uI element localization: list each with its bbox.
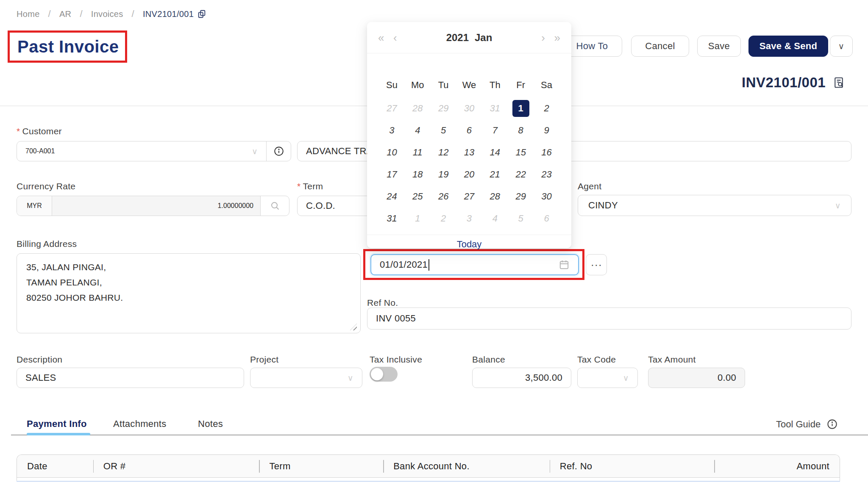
toggle-knob [371, 368, 383, 380]
calendar-day[interactable]: 21 [482, 163, 508, 186]
tax-inclusive-toggle[interactable] [370, 367, 398, 382]
calendar-day[interactable]: 15 [508, 141, 534, 163]
calendar-day[interactable]: 31 [482, 97, 508, 119]
tab-notes[interactable]: Notes [198, 418, 223, 429]
balance-input-value[interactable] [481, 372, 562, 383]
breadcrumb-separator: / [132, 8, 134, 19]
calendar-day[interactable]: 24 [379, 186, 405, 208]
breadcrumb-invoices[interactable]: Invoices [91, 9, 123, 19]
next-year-icon[interactable]: » [554, 22, 560, 53]
calendar-day[interactable]: 26 [431, 186, 456, 208]
ref-no-input[interactable] [367, 307, 851, 330]
calendar-today-link[interactable]: Today [367, 239, 571, 250]
calendar-day[interactable]: 14 [482, 141, 508, 163]
column-header-date[interactable]: Date [17, 455, 93, 477]
calendar-day[interactable]: 27 [379, 97, 405, 119]
calendar-day-selected[interactable]: 1 [508, 97, 534, 119]
info-icon [273, 146, 284, 157]
calendar-day[interactable]: 13 [456, 141, 482, 163]
tax-amount-value [657, 372, 736, 383]
calendar-day[interactable]: 29 [431, 97, 456, 119]
calendar-day[interactable]: 1 [405, 208, 431, 230]
calendar-day[interactable]: 9 [534, 119, 559, 141]
calendar-day[interactable]: 28 [482, 186, 508, 208]
column-header-term[interactable]: Term [259, 455, 383, 477]
balance-input[interactable] [472, 368, 571, 388]
payment-info-table: Date OR # Term Bank Account No. Ref. No … [17, 454, 840, 482]
calendar-day[interactable]: 28 [405, 97, 431, 119]
calendar-day[interactable]: 16 [534, 141, 559, 163]
currency-rate-label: Currency Rate [17, 181, 75, 191]
calendar-day[interactable]: 23 [534, 163, 559, 186]
column-header-amount[interactable]: Amount [714, 455, 840, 477]
calendar-day[interactable]: 30 [534, 186, 559, 208]
calendar-day[interactable]: 2 [431, 208, 456, 230]
breadcrumb-current: INV2101/001 [143, 9, 206, 19]
cancel-button[interactable]: Cancel [631, 36, 689, 57]
calendar-day[interactable]: 6 [456, 119, 482, 141]
description-input-value[interactable] [25, 372, 235, 383]
save-options-chevron-button[interactable]: ∨ [830, 36, 853, 57]
customer-info-button[interactable] [266, 141, 291, 161]
project-select[interactable]: ∨ [250, 368, 362, 388]
copy-icon[interactable] [197, 9, 206, 19]
calendar-title: 2021 Jan [367, 22, 571, 53]
column-header-ref-no[interactable]: Ref. No [550, 455, 715, 477]
calendar-day[interactable]: 20 [456, 163, 482, 186]
tab-attachments[interactable]: Attachments [113, 418, 167, 429]
currency-rate-group: MYR 1.00000000 [17, 196, 289, 216]
calendar-day[interactable]: 5 [508, 208, 534, 230]
calendar-day[interactable]: 3 [456, 208, 482, 230]
term-label: *Term [297, 181, 323, 191]
calendar-day[interactable]: 17 [379, 163, 405, 186]
billing-address-label: Billing Address [17, 239, 77, 249]
calendar-day[interactable]: 4 [405, 119, 431, 141]
calendar-day[interactable]: 4 [482, 208, 508, 230]
calendar-month[interactable]: Jan [475, 32, 492, 44]
currency-search-button[interactable] [260, 196, 289, 216]
calendar-day[interactable]: 11 [405, 141, 431, 163]
ref-no-input-value[interactable] [376, 313, 843, 324]
chevron-down-icon: ∨ [623, 373, 629, 383]
calendar-day[interactable]: 3 [379, 119, 405, 141]
tab-payment-info[interactable]: Payment Info [27, 418, 87, 429]
description-input[interactable] [17, 368, 244, 388]
calendar-day[interactable]: 8 [508, 119, 534, 141]
calendar-day[interactable]: 5 [431, 119, 456, 141]
breadcrumb-ar[interactable]: AR [59, 9, 71, 19]
calendar-day[interactable]: 30 [456, 97, 482, 119]
tax-amount-field [648, 368, 745, 388]
calendar-day[interactable]: 10 [379, 141, 405, 163]
calendar-year[interactable]: 2021 [446, 32, 469, 44]
agent-select[interactable]: CINDY ∨ [578, 195, 851, 216]
audit-trail-icon[interactable] [832, 76, 845, 89]
column-header-or-number[interactable]: OR # [93, 455, 259, 477]
customer-select[interactable]: 700-A001 ∨ [17, 141, 266, 161]
save-and-send-button[interactable]: Save & Send [748, 36, 828, 57]
calendar-day[interactable]: 7 [482, 119, 508, 141]
breadcrumb-home[interactable]: Home [17, 9, 40, 19]
calendar-day[interactable]: 19 [431, 163, 456, 186]
calendar-day[interactable]: 29 [508, 186, 534, 208]
calendar-day[interactable]: 22 [508, 163, 534, 186]
date-more-options-button[interactable]: ··· [586, 254, 607, 275]
breadcrumb: Home / AR / Invoices / INV2101/001 [17, 8, 206, 19]
next-month-icon[interactable]: › [541, 22, 545, 53]
tabs-divider [11, 435, 868, 435]
save-button[interactable]: Save [697, 36, 741, 57]
tool-guide[interactable]: Tool Guide [776, 418, 838, 430]
calendar-day[interactable]: 27 [456, 186, 482, 208]
date-picker-popup: « ‹ 2021 Jan › » Su Mo Tu We Th Fr Sa 27… [367, 22, 571, 248]
calendar-day[interactable]: 25 [405, 186, 431, 208]
invoice-date-input[interactable]: 01/01/2021 [370, 254, 579, 275]
calendar-day[interactable]: 18 [405, 163, 431, 186]
calendar-icon[interactable] [559, 259, 570, 270]
billing-address-textarea[interactable]: 35, JALAN PINGAI, TAMAN PELANGI, 80250 J… [17, 253, 361, 333]
calendar-day[interactable]: 6 [534, 208, 559, 230]
tax-code-label: Tax Code [577, 355, 616, 365]
calendar-day[interactable]: 31 [379, 208, 405, 230]
calendar-day[interactable]: 2 [534, 97, 559, 119]
column-header-bank-account[interactable]: Bank Account No. [383, 455, 550, 477]
calendar-day[interactable]: 12 [431, 141, 456, 163]
tax-code-select[interactable]: ∨ [577, 368, 638, 388]
